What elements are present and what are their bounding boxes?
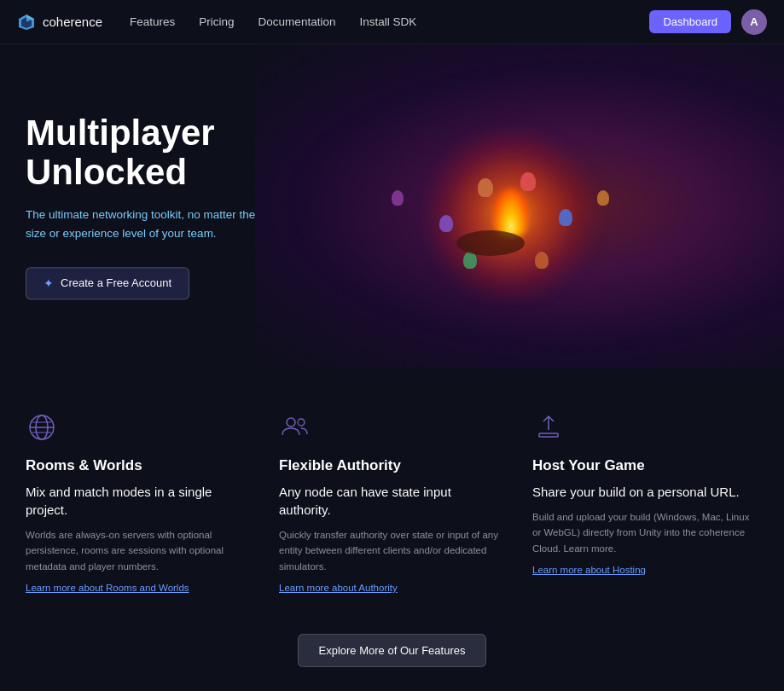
upload-icon [532, 411, 565, 444]
character-2 [520, 172, 536, 191]
svg-point-8 [287, 418, 295, 427]
dashboard-button[interactable]: Dashboard [649, 10, 731, 33]
nav-links: Features Pricing Documentation Install S… [130, 15, 649, 28]
cta-label: Create a Free Account [61, 276, 171, 289]
campfire-core [494, 189, 528, 236]
logo[interactable]: coherence [17, 13, 102, 32]
feature-link-hosting[interactable]: Learn more about Hosting [532, 565, 758, 575]
hero-subtitle: The ultimate networking toolkit, no matt… [26, 206, 273, 243]
globe-icon [26, 411, 58, 444]
character-4 [559, 209, 572, 226]
logo-icon [17, 13, 36, 32]
feature-title-hosting: Host Your Game [532, 457, 758, 474]
character-7 [392, 190, 404, 206]
feature-subtitle-hosting: Share your build on a personal URL. [532, 483, 758, 501]
feature-subtitle-authority: Any node can have state input authority. [279, 483, 505, 519]
hero-content: Multiplayer Unlocked The ultimate networ… [26, 113, 273, 299]
feature-desc-authority: Quickly transfer authority over state or… [279, 527, 505, 574]
feature-desc-rooms: Worlds are always-on servers with option… [26, 527, 252, 574]
logo-text: coherence [43, 15, 102, 29]
character-3 [439, 215, 453, 232]
svg-point-9 [298, 419, 305, 426]
hero-section: Multiplayer Unlocked The ultimate networ… [0, 44, 784, 369]
feature-card-hosting: Host Your Game Share your build on a per… [532, 411, 758, 593]
feature-link-authority[interactable]: Learn more about Authority [279, 583, 505, 593]
features-section: Rooms & Worlds Mix and match modes in a … [0, 369, 784, 691]
create-account-button[interactable]: ✦ Create a Free Account [26, 267, 189, 299]
nav-right: Dashboard A [649, 9, 767, 35]
nav-link-features[interactable]: Features [130, 15, 175, 28]
hero-title: Multiplayer Unlocked [26, 113, 273, 192]
nav-link-pricing[interactable]: Pricing [199, 15, 234, 28]
features-grid: Rooms & Worlds Mix and match modes in a … [26, 411, 758, 593]
character-6 [535, 252, 549, 269]
hero-subtitle-text: The ultimate networking toolkit, no matt… [26, 209, 255, 241]
user-avatar[interactable]: A [741, 9, 767, 35]
explore-features-button[interactable]: Explore More of Our Features [298, 634, 487, 667]
nav-link-install-sdk[interactable]: Install SDK [359, 15, 416, 28]
feature-desc-hosting: Build and upload your build (Windows, Ma… [532, 509, 758, 556]
feature-title-rooms: Rooms & Worlds [26, 457, 252, 474]
feature-subtitle-rooms: Mix and match modes in a single project. [26, 483, 252, 519]
hero-scene [272, 61, 750, 369]
feature-link-rooms[interactable]: Learn more about Rooms and Worlds [26, 583, 252, 593]
users-icon [279, 411, 311, 444]
navbar: coherence Features Pricing Documentation… [0, 0, 784, 44]
character-1 [478, 178, 493, 197]
cta-icon: ✦ [44, 276, 54, 290]
character-8 [597, 190, 609, 206]
feature-card-rooms-worlds: Rooms & Worlds Mix and match modes in a … [26, 411, 252, 593]
svg-rect-10 [539, 433, 558, 437]
nav-link-documentation[interactable]: Documentation [258, 15, 336, 28]
feature-card-authority: Flexible Authority Any node can have sta… [279, 411, 505, 593]
features-cta: Explore More of Our Features [26, 634, 758, 667]
campfire-ground [456, 230, 525, 256]
feature-title-authority: Flexible Authority [279, 457, 505, 474]
